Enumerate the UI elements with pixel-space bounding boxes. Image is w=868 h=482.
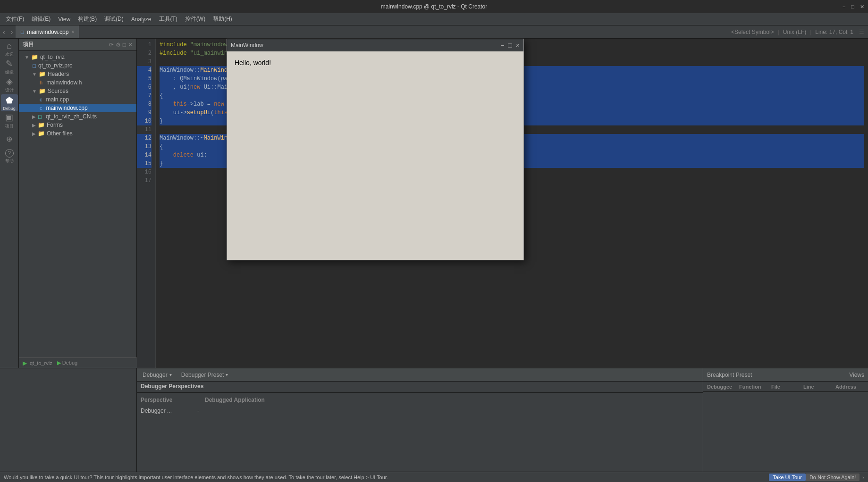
tree-item-main-cpp[interactable]: c main.cpp [19, 95, 136, 104]
menu-debug[interactable]: 调试(D) [101, 14, 127, 25]
project-icon: ▣ [5, 112, 13, 123]
debugger-preset-tab[interactable]: Debugger Preset ▾ [179, 372, 230, 378]
other-folder-icon: 📁 [38, 130, 45, 137]
bp-col-debuggee: Debuggee [707, 384, 735, 390]
ln-12: 12 [137, 134, 152, 142]
project-expand-icon[interactable]: □ [123, 42, 126, 48]
minimize-button[interactable]: − [843, 4, 845, 10]
root-folder-icon: 📁 [31, 54, 38, 60]
tab-nav-left[interactable]: ‹ [0, 25, 8, 38]
ln-8: 8 [137, 100, 152, 108]
other-files-label: Other files [47, 130, 73, 137]
ln-6: 6 [137, 83, 152, 91]
symbol-select[interactable]: <Select Symbol> [731, 29, 774, 35]
encoding-label: Unix (LF) [783, 29, 806, 35]
sources-label: Sources [48, 88, 68, 94]
tree-item-headers[interactable]: ▼ 📁 Headers [19, 70, 136, 78]
project-sync-icon[interactable]: ⟳ [109, 42, 114, 48]
welcome-icon: ⌂ [7, 41, 12, 51]
tab-label: mainwindow.cpp [27, 29, 68, 35]
debugger-preset-label: Debugger Preset [181, 372, 224, 378]
headers-label: Headers [48, 71, 69, 77]
restore-button[interactable]: □ [851, 4, 854, 10]
project-bottom-mode: ▶ Debug [57, 360, 77, 366]
sidebar-edit[interactable]: ✎ 编辑 [1, 58, 18, 75]
sidebar-analyze[interactable]: ⊕ [1, 130, 18, 147]
mainwindow-close-btn[interactable]: × [516, 42, 520, 49]
pro-label: qt_to_rviz.pro [38, 62, 73, 69]
forms-folder-icon: 📁 [38, 122, 45, 128]
menu-tools[interactable]: 工具(T) [155, 14, 181, 25]
tree-item-sources[interactable]: ▼ 📁 Sources [19, 87, 136, 95]
ln-9: 9 [137, 108, 152, 117]
take-ui-tour-button[interactable]: Take UI Tour [769, 474, 806, 481]
tab-mainwindow-cpp[interactable]: ◻ mainwindow.cpp × [16, 25, 79, 38]
sidebar-help[interactable]: ? 帮助 [1, 148, 18, 165]
ln-16: 16 [137, 168, 152, 176]
debugger-app-val: - [197, 407, 199, 414]
views-button[interactable]: Views [849, 372, 864, 378]
tree-item-mainwindow-h[interactable]: h mainwindow.h [19, 78, 136, 87]
project-filter-icon[interactable]: ⚙ [116, 42, 121, 48]
menu-file[interactable]: 文件(F) [2, 14, 28, 25]
status-right-arrow[interactable]: › [862, 474, 864, 480]
mainwindow-restore-btn[interactable]: □ [508, 42, 512, 49]
ln-2: 2 [137, 49, 152, 58]
ln-13: 13 [137, 142, 152, 151]
menu-edit[interactable]: 编辑(E) [28, 14, 54, 25]
project-bottom-name: qt_to_rviz [30, 360, 52, 366]
tab-nav-right[interactable]: › [8, 25, 16, 38]
sidebar-welcome[interactable]: ⌂ 欢迎 [1, 41, 18, 58]
cpp-file-icon: ◻ [20, 29, 24, 34]
ln-3: 3 [137, 58, 152, 66]
sources-folder-icon: 📁 [39, 88, 46, 94]
mainwindow-titlebar: MainWindow − □ × [227, 39, 523, 51]
ln-10: 10 [137, 117, 152, 125]
tree-item-other-files[interactable]: ▶ 📁 Other files [19, 129, 136, 138]
bottom-area: Debugger ▾ Debugger Preset ▾ Debugger Pe… [0, 368, 868, 472]
tree-item-pro[interactable]: ◻ qt_to_rviz.pro [19, 61, 136, 70]
tree-item-root[interactable]: ▼ 📁 qt_to_rviz [19, 53, 136, 61]
cpp-icon-mainwindow: c [40, 105, 42, 111]
do-not-show-button[interactable]: Do Not Show Again! [806, 474, 860, 481]
breakpoint-cols: Debuggee Function File Line Address [703, 382, 868, 392]
ln-15: 15 [137, 159, 152, 168]
project-close-icon[interactable]: ✕ [128, 42, 133, 48]
tree-arrow-headers: ▼ [32, 72, 37, 77]
bp-col-line: Line [803, 384, 832, 390]
ln-5: 5 [137, 75, 152, 83]
menu-build[interactable]: 构建(B) [74, 14, 101, 25]
tree-item-ts[interactable]: ▶ ◻ qt_to_rviz_zh_CN.ts [19, 112, 136, 121]
debugger-row-1: Debugger ... - [141, 406, 699, 416]
tab-close-icon[interactable]: × [71, 29, 74, 34]
sidebar-design[interactable]: ◈ 设计 [1, 76, 18, 93]
mainwindow-minimize-btn[interactable]: − [500, 42, 504, 49]
debugged-app-col-header: Debugged Application [205, 397, 299, 403]
tree-arrow-forms: ▶ [32, 123, 36, 128]
menu-help[interactable]: 帮助(H) [209, 14, 236, 25]
ln-11: 11 [137, 125, 152, 134]
help-icon: ? [5, 149, 14, 158]
debugger-preset-arrow: ▾ [226, 372, 228, 377]
breakpoint-title: Breakpoint Preset [707, 372, 752, 378]
menu-controls[interactable]: 控件(W) [181, 14, 209, 25]
ts-label: qt_to_rviz_zh_CN.ts [46, 113, 97, 120]
hello-world-text: Hello, world! [235, 59, 271, 66]
close-button[interactable]: ✕ [860, 4, 864, 10]
sidebar-debug[interactable]: ⬟ Debug [1, 94, 18, 111]
tree-item-mainwindow-cpp[interactable]: c mainwindow.cpp [19, 104, 136, 112]
menu-view[interactable]: View [54, 15, 74, 24]
forms-label: Forms [47, 122, 63, 128]
debugger-perspectives: Perspective Debugged Application Debugge… [137, 393, 703, 418]
debugger-tab[interactable]: Debugger ▾ [141, 372, 174, 378]
debug-run-icon: ▶ [57, 360, 61, 366]
tree-item-forms[interactable]: ▶ 📁 Forms [19, 121, 136, 129]
bp-col-address: Address [835, 384, 864, 390]
menu-analyze[interactable]: Analyze [127, 15, 155, 24]
ln-14: 14 [137, 151, 152, 159]
tree-arrow-sources: ▼ [32, 89, 37, 94]
project-run-icon: ▶ [23, 360, 27, 366]
design-icon: ◈ [6, 76, 13, 87]
sidebar-project[interactable]: ▣ 项目 [1, 112, 18, 129]
ln-4: 4 [137, 66, 152, 75]
